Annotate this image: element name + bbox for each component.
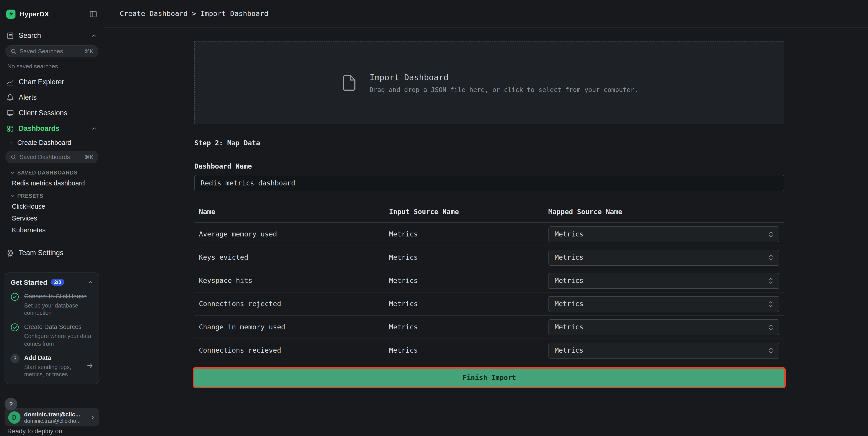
mapped-source-cell: Metrics (548, 250, 784, 265)
table-header-row: Name Input Source Name Mapped Source Nam… (194, 202, 784, 223)
avatar: D (8, 411, 21, 424)
input-source-name: Metrics (389, 253, 548, 262)
metric-name: Change in memory used (194, 323, 389, 331)
chevron-down-icon (10, 170, 15, 175)
chevron-updown-icon (767, 346, 774, 355)
search-icon (10, 48, 17, 54)
spacer (0, 236, 104, 245)
get-started-step-sources[interactable]: Create Data Sources Configure where your… (10, 323, 93, 348)
user-email: dominic.tran@clickho... (24, 417, 86, 424)
topbar: Create Dashboard > Import Dashboard (104, 0, 868, 28)
select-value: Metrics (555, 323, 767, 331)
file-icon (340, 72, 358, 93)
mapped-source-cell: Metrics (548, 319, 784, 335)
get-started-header[interactable]: Get Started 2/3 (10, 279, 93, 286)
teaser-line1: Ready to deploy on (7, 427, 94, 435)
sidebar-item-search[interactable]: Search (0, 28, 104, 43)
step-text: Create Data Sources Configure where your… (24, 323, 93, 348)
mapped-source-select[interactable]: Metrics (548, 342, 779, 358)
nav-label: Chart Explorer (19, 78, 64, 86)
input-source-name: Metrics (389, 346, 548, 354)
preset-item-kubernetes[interactable]: Kubernetes (0, 224, 104, 236)
saved-searches-input[interactable]: Saved Searches ⌘K (5, 45, 98, 57)
nav-label: Client Sessions (19, 109, 67, 117)
step-text: Add Data Start sending logs, metrics, or… (24, 353, 82, 378)
chevron-up-icon[interactable] (91, 32, 97, 39)
mapped-source-select[interactable]: Metrics (548, 250, 779, 265)
input-source-name: Metrics (389, 300, 548, 308)
dropzone-text: Import Dashboard Drag and drop a JSON fi… (370, 72, 638, 93)
select-value: Metrics (555, 277, 767, 285)
json-file-dropzone[interactable]: Import Dashboard Drag and drop a JSON fi… (194, 41, 784, 124)
chevron-updown-icon (767, 276, 774, 285)
monitor-icon (6, 109, 14, 117)
sidebar-header: HyperDX (0, 0, 104, 28)
mapped-source-select[interactable]: Metrics (548, 226, 779, 242)
chart-explorer-icon (6, 78, 14, 86)
step-subtitle: Start sending logs, metrics, or traces (24, 364, 82, 378)
dashboard-name-input[interactable] (194, 175, 784, 191)
step-title: Add Data (24, 354, 51, 361)
help-button[interactable]: ? (5, 398, 17, 410)
gear-icon (6, 249, 14, 257)
user-name: dominic.tran@clic... (24, 411, 86, 417)
get-started-card: Get Started 2/3 Connect to ClickHouse Se… (5, 272, 99, 384)
shortcut-badge: ⌘K (85, 154, 93, 160)
metric-name: Average memory used (194, 230, 389, 238)
source-mapping-table: Name Input Source Name Mapped Source Nam… (194, 202, 784, 362)
saved-searches-placeholder: Saved Searches (20, 48, 63, 55)
finish-import-button[interactable]: Finish Import (194, 369, 784, 387)
get-started-step-connect[interactable]: Connect to ClickHouse Set up your databa… (10, 292, 93, 317)
saved-dashboards-input[interactable]: Saved Dashboards ⌘K (5, 151, 98, 163)
get-started-step-add-data[interactable]: 3 Add Data Start sending logs, metrics, … (10, 353, 93, 378)
mapped-source-select[interactable]: Metrics (548, 296, 779, 312)
step-subtitle: Set up your database connection (24, 302, 93, 317)
sidebar-item-dashboards[interactable]: Dashboards (0, 121, 104, 136)
sidebar-item-client-sessions[interactable]: Client Sessions (0, 105, 104, 121)
saved-dashboard-item[interactable]: Redis metrics dashboard (0, 177, 104, 189)
dashboard-name-label: Dashboard Name (194, 162, 784, 170)
saved-dashboards-section-header[interactable]: SAVED DASHBOARDS (0, 166, 104, 177)
step-subtitle: Configure where your data comes from (24, 333, 93, 348)
create-dashboard-label: Create Dashboard (17, 139, 71, 146)
collapse-sidebar-icon[interactable] (89, 10, 97, 18)
shortcut-badge: ⌘K (85, 48, 93, 54)
search-section-label: Search (19, 31, 41, 40)
metric-name: Keyspace hits (194, 277, 389, 285)
user-menu[interactable]: D dominic.tran@clic... dominic.tran@clic… (5, 408, 99, 427)
preset-item-services[interactable]: Services (0, 212, 104, 224)
table-row: Keyspace hits Metrics Metrics (194, 269, 784, 292)
preset-item-clickhouse[interactable]: ClickHouse (0, 200, 104, 212)
mapped-source-select[interactable]: Metrics (548, 273, 779, 289)
table-row: Keys evicted Metrics Metrics (194, 246, 784, 269)
step-text: Connect to ClickHouse Set up your databa… (24, 292, 93, 317)
sidebar-item-team-settings[interactable]: Team Settings (0, 245, 104, 261)
bell-icon (6, 94, 14, 101)
sidebar-item-chart-explorer[interactable]: Chart Explorer (0, 74, 104, 90)
dropzone-subtitle: Drag and drop a JSON file here, or click… (370, 86, 638, 93)
arrow-right-icon (87, 362, 93, 369)
column-header-name: Name (194, 208, 389, 216)
select-value: Metrics (555, 346, 767, 354)
main-content: Create Dashboard > Import Dashboard Impo… (104, 0, 868, 436)
nav-label: Alerts (19, 93, 37, 101)
chevron-up-icon[interactable] (91, 125, 97, 132)
user-info: dominic.tran@clic... dominic.tran@clickh… (24, 411, 86, 424)
cloud-teaser: Ready to deploy on ClickHouse Cloud? (7, 427, 94, 436)
nav-label: Dashboards (19, 124, 59, 133)
column-header-input-source: Input Source Name (389, 208, 548, 216)
metric-name: Keys evicted (194, 253, 389, 262)
chevron-up-icon[interactable] (87, 279, 93, 285)
mapped-source-select[interactable]: Metrics (548, 319, 779, 335)
sidebar-item-alerts[interactable]: Alerts (0, 90, 104, 105)
section-header-label: SAVED DASHBOARDS (17, 170, 78, 175)
input-source-name: Metrics (389, 323, 548, 331)
teaser-line2: ClickHouse Cloud? (7, 435, 94, 436)
get-started-title: Get Started (10, 279, 47, 286)
create-dashboard-button[interactable]: Create Dashboard (0, 136, 104, 149)
table-row: Connections rejected Metrics Metrics (194, 292, 784, 316)
check-circle-icon (10, 292, 20, 317)
column-header-mapped-source: Mapped Source Name (548, 208, 784, 216)
step-label: Step 2: Map Data (194, 139, 784, 147)
presets-section-header[interactable]: PRESETS (0, 189, 104, 200)
